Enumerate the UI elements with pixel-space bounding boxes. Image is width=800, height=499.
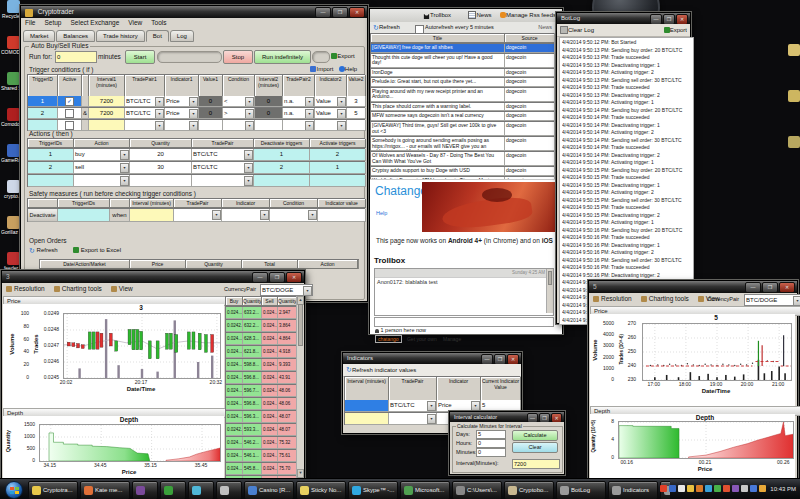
condition-select[interactable] xyxy=(223,120,255,131)
indicator-tradepair-select[interactable] xyxy=(389,413,437,425)
menu-item-resolution[interactable]: Resolution xyxy=(6,285,45,292)
tray-icon[interactable] xyxy=(669,485,676,492)
currencypair-select[interactable]: BTC/DOGE xyxy=(744,294,800,306)
calculate-button[interactable]: Calculate xyxy=(512,430,558,441)
safety-tradepair-select[interactable] xyxy=(174,209,222,222)
indicator1-select[interactable] xyxy=(165,120,199,131)
safety-indicator-select[interactable] xyxy=(222,209,270,222)
taskbar-item-skype-[interactable]: Skype™ -... xyxy=(348,481,398,499)
indicator2-select[interactable] xyxy=(315,120,347,131)
news-title-cell[interactable]: Somebody is going around sending emails … xyxy=(371,137,505,151)
tray-icon[interactable] xyxy=(660,485,667,492)
tray-icon[interactable] xyxy=(678,485,685,492)
taskbar-item[interactable] xyxy=(188,481,214,499)
interval2-cell[interactable] xyxy=(255,120,283,131)
tab-balances[interactable]: Balances xyxy=(56,30,95,42)
news-row[interactable]: [GIVEAWAY] Third time, guys! Still get o… xyxy=(370,121,554,136)
news-title-cell[interactable]: This place should come with a warning la… xyxy=(371,103,505,112)
news-title-cell[interactable]: [GIVEAWAY] Third time, guys! Still get o… xyxy=(371,122,505,136)
days-input[interactable]: 5 xyxy=(476,430,506,439)
clock[interactable]: 10:43 PM xyxy=(770,486,796,492)
tab-trade-history[interactable]: Trade history xyxy=(96,30,145,42)
action-quantity-cell[interactable] xyxy=(130,175,192,187)
import-button[interactable]: Import xyxy=(309,64,335,74)
value1-cell[interactable]: 0 xyxy=(199,96,223,107)
news-source-cell[interactable]: dogecoin xyxy=(505,167,554,176)
news-refresh-button[interactable]: ↻Refresh xyxy=(373,23,407,32)
interval-titlebar[interactable]: Interval calculator —❐✕ xyxy=(450,412,564,422)
news-title-cell[interactable]: MFW someone says dogecoin isn't a real c… xyxy=(371,112,505,121)
chart5-titlebar[interactable]: 5 —❐✕ xyxy=(589,281,797,293)
condition-select[interactable]: > xyxy=(223,108,255,119)
taskbar-item-kate-me-[interactable]: Kate me... xyxy=(80,481,130,499)
minimize-icon[interactable]: — xyxy=(745,282,761,293)
value1-cell[interactable] xyxy=(199,120,223,131)
news-title-cell[interactable]: Cryptsy adds support to buy Doge with US… xyxy=(371,167,505,176)
desktop-icon[interactable] xyxy=(788,90,800,102)
desktop-icon[interactable] xyxy=(788,44,800,56)
news-source-cell[interactable]: dogecoin xyxy=(505,122,554,136)
action-triggerids-cell[interactable] xyxy=(28,175,74,187)
log-export-button[interactable]: Export xyxy=(657,25,687,35)
indicator2-select[interactable]: Value xyxy=(315,96,347,107)
indicator1-select[interactable]: Price xyxy=(165,108,199,119)
indicator1-select[interactable]: Price xyxy=(165,96,199,107)
taskbar-item-microsoft-[interactable]: Microsoft... xyxy=(400,481,450,499)
tray-icon[interactable] xyxy=(687,485,694,492)
tradepair1-select[interactable] xyxy=(125,120,165,131)
taskbar-item-indicators[interactable]: Indicators xyxy=(608,481,658,499)
get-your-own-link[interactable]: Get your own xyxy=(407,336,437,342)
close-icon[interactable]: ✕ xyxy=(349,7,365,18)
tradepair1-select[interactable]: BTC/LTC xyxy=(125,108,165,119)
taskbar-item[interactable] xyxy=(160,481,186,499)
menu-item-charting-tools[interactable]: Charting tools xyxy=(641,295,689,302)
tray-icon[interactable] xyxy=(732,485,739,492)
interval1-cell[interactable]: 7200 xyxy=(89,96,125,107)
news-title-cell[interactable]: Of Wolves and Weasels - Day 87 - Doing T… xyxy=(371,152,505,166)
condition-select[interactable]: < xyxy=(223,96,255,107)
start-button[interactable] xyxy=(5,481,23,499)
refresh-indicators-button[interactable]: ↻Refresh indicator values xyxy=(346,365,436,375)
news-row[interactable]: IronDogedogecoin xyxy=(370,68,554,78)
tradepair2-select[interactable]: n.a. xyxy=(283,96,315,107)
deactivate-triggers-cell[interactable] xyxy=(254,175,310,187)
close-icon[interactable]: ✕ xyxy=(676,14,688,24)
maximize-icon[interactable]: ❐ xyxy=(539,413,550,422)
maximize-icon[interactable]: ❐ xyxy=(494,354,506,364)
manage-link[interactable]: Manage xyxy=(443,336,461,342)
menu-item-charting-tools[interactable]: Charting tools xyxy=(54,285,102,292)
news-row[interactable]: Playing around with my new receipt print… xyxy=(370,87,554,102)
deactivate-triggers-cell[interactable]: 2 xyxy=(254,162,310,174)
trigger-active-cell[interactable]: ✓ xyxy=(58,96,82,107)
chat-scrollbar[interactable] xyxy=(546,269,553,313)
safety-interval-cell[interactable] xyxy=(130,209,174,222)
scroll-down-icon[interactable]: ▼ xyxy=(297,469,304,478)
interval2-cell[interactable]: 0 xyxy=(255,108,283,119)
maximize-icon[interactable]: ❐ xyxy=(663,14,675,24)
tray-icon[interactable] xyxy=(696,485,703,492)
news-row[interactable]: Somebody is going around sending emails … xyxy=(370,136,554,151)
close-icon[interactable]: ✕ xyxy=(551,413,562,422)
menu-item-tools[interactable]: Tools xyxy=(151,19,166,26)
checkbox-icon[interactable] xyxy=(65,121,74,130)
chart3-titlebar[interactable]: 3 —❐✕ xyxy=(2,271,304,283)
indicator2-select[interactable]: Value xyxy=(315,108,347,119)
clear-button[interactable]: Clear xyxy=(512,442,558,453)
news-source-cell[interactable]: dogecoin xyxy=(505,103,554,112)
minimize-icon[interactable]: — xyxy=(252,272,268,283)
taskbar-item-cryptotra-[interactable]: Cryptotra... xyxy=(28,481,78,499)
deactivate-triggers-cell[interactable]: 1 xyxy=(254,149,310,161)
menu-item-resolution[interactable]: Resolution xyxy=(593,295,632,302)
minimize-icon[interactable]: — xyxy=(650,14,662,24)
menu-item-select-exchange[interactable]: Select Exchange xyxy=(70,19,119,26)
indicator-interval-cell[interactable] xyxy=(345,413,389,425)
chat-input[interactable] xyxy=(374,317,554,327)
tab-bot[interactable]: Bot xyxy=(146,30,169,42)
safety-deactivate-button[interactable]: Deactivate xyxy=(28,209,58,222)
safety-value-cell[interactable] xyxy=(318,209,366,222)
news-row[interactable]: Thought this cute doge will cheer you up… xyxy=(370,53,554,68)
news-source-cell[interactable]: dogecoin xyxy=(505,44,554,53)
indicator-tradepair-select[interactable]: BTC/LTC xyxy=(389,400,437,412)
value2-cell[interactable]: 5 xyxy=(347,108,366,119)
news-row[interactable]: MFW someone says dogecoin isn't a real c… xyxy=(370,111,554,121)
